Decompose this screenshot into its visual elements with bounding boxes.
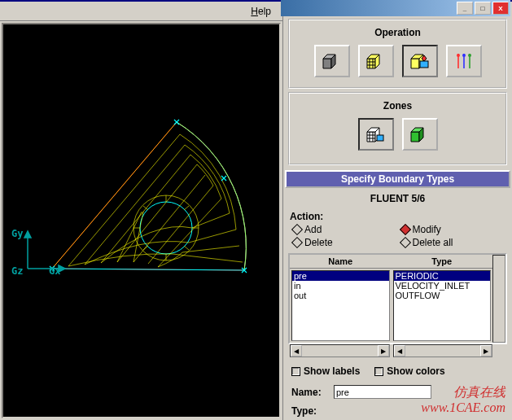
- op-geometry-button[interactable]: [314, 45, 350, 77]
- list-item[interactable]: pre: [292, 271, 389, 281]
- type-field-label: Type:: [291, 405, 327, 417]
- action-label: Action:: [283, 209, 512, 224]
- svg-point-22: [457, 54, 460, 57]
- name-input[interactable]: [334, 385, 431, 399]
- action-deleteall[interactable]: Delete all: [401, 237, 503, 248]
- cube-icon: [320, 50, 344, 72]
- show-colors-check[interactable]: Show colors: [374, 365, 444, 377]
- svg-line-7: [184, 246, 189, 250]
- zone-continuum-button[interactable]: [402, 118, 438, 151]
- diamond-icon: [291, 237, 303, 248]
- zones-cube-icon: [408, 50, 432, 72]
- op-tools-button[interactable]: [446, 45, 482, 77]
- axis-label-gy: Gy: [11, 228, 23, 239]
- svg-line-8: [143, 246, 148, 250]
- svg-rect-29: [377, 135, 383, 141]
- close-button[interactable]: X: [492, 2, 509, 15]
- op-mesh-button[interactable]: [358, 45, 394, 77]
- action-delete[interactable]: Delete: [293, 237, 395, 248]
- continuum-icon: [408, 124, 432, 145]
- tools-icon: [452, 50, 476, 72]
- maximize-button[interactable]: □: [475, 2, 491, 15]
- scroll-right-icon[interactable]: ▶: [480, 345, 492, 357]
- boundary-lists: Name pre in out Type PERIODIC VELOCITY_I…: [288, 253, 507, 344]
- name-column-header: Name: [290, 255, 392, 269]
- diamond-icon: [291, 224, 303, 235]
- type-list[interactable]: PERIODIC VELOCITY_INLET OUTFLOW: [393, 270, 492, 341]
- action-add-label: Add: [304, 224, 322, 235]
- checkbox-icon: [291, 367, 300, 376]
- list-item[interactable]: out: [292, 291, 389, 300]
- axis-label-gx: Gx: [49, 265, 60, 277]
- list-item[interactable]: VELOCITY_INLET: [394, 281, 491, 291]
- show-colors-label: Show colors: [387, 365, 444, 377]
- list-item[interactable]: OUTFLOW: [394, 291, 491, 300]
- operation-title: Operation: [293, 24, 502, 42]
- menu-help[interactable]: Help: [246, 4, 276, 19]
- scroll-left-icon[interactable]: ◀: [291, 345, 302, 357]
- zone-boundary-button[interactable]: [358, 118, 394, 151]
- list-item[interactable]: PERIODIC: [394, 271, 491, 281]
- svg-rect-18: [420, 61, 428, 68]
- action-radio-group: Add Modify Delete Delete all: [283, 224, 512, 248]
- action-deleteall-label: Delete all: [413, 237, 453, 248]
- scroll-right-icon[interactable]: ▶: [378, 345, 389, 357]
- solver-subtitle: FLUENT 5/6: [283, 188, 512, 209]
- name-list[interactable]: pre in out: [291, 270, 390, 341]
- graphics-viewport[interactable]: Gy Gz Gx: [2, 23, 281, 418]
- mesh-drawing: [3, 24, 281, 415]
- name-hscrollbar[interactable]: ◀▶: [290, 344, 390, 357]
- show-labels-check[interactable]: Show labels: [291, 365, 360, 377]
- type-hscrollbar[interactable]: ◀▶: [393, 344, 493, 357]
- minimize-button[interactable]: _: [457, 2, 473, 15]
- svg-marker-12: [24, 231, 31, 238]
- diamond-icon: [399, 237, 410, 248]
- mesh-cube-icon: [364, 50, 388, 72]
- operation-group: Operation: [288, 19, 507, 89]
- svg-point-24: [468, 54, 471, 57]
- list-item[interactable]: in: [292, 281, 389, 291]
- type-column-header: Type: [392, 255, 493, 269]
- boundary-icon: [364, 124, 388, 145]
- left-panel: Help: [0, 2, 283, 420]
- svg-point-23: [462, 54, 466, 57]
- right-panel: Operation Zones: [283, 2, 512, 420]
- panel-header: Specify Boundary Types: [285, 170, 510, 188]
- list-vscrollbar[interactable]: [492, 255, 505, 343]
- action-add[interactable]: Add: [293, 224, 395, 235]
- diamond-selected-icon: [399, 224, 410, 235]
- action-modify-label: Modify: [413, 224, 441, 235]
- name-field-label: Name:: [291, 387, 327, 398]
- axis-label-gz: Gz: [11, 265, 23, 277]
- action-modify[interactable]: Modify: [401, 224, 503, 235]
- svg-line-3: [184, 206, 189, 210]
- scroll-left-icon[interactable]: ◀: [394, 345, 405, 357]
- zones-group: Zones: [288, 92, 507, 165]
- zones-title: Zones: [293, 97, 502, 115]
- show-labels-label: Show labels: [304, 365, 360, 377]
- window-titlebar: _ □ X: [281, 0, 510, 16]
- action-delete-label: Delete: [304, 237, 333, 248]
- menu-bar: Help: [0, 2, 282, 21]
- op-zones-button[interactable]: [402, 45, 438, 77]
- checkbox-icon: [374, 367, 383, 376]
